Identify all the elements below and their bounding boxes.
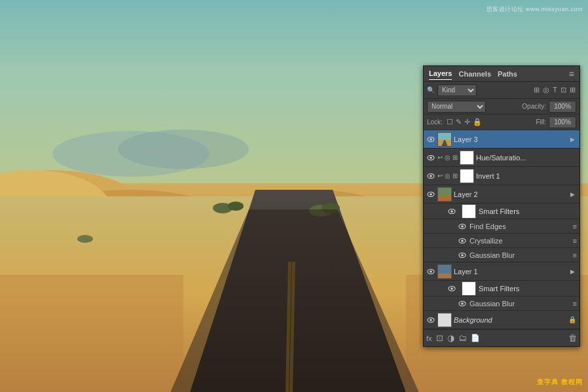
lock-icons-group: ☐ ✎ ✛ 🔒 (447, 118, 482, 126)
layer-thumbnail-background (437, 313, 452, 327)
clip-icon: ↩ (437, 154, 443, 161)
filter-item-crystallize[interactable]: Crystallize ≡ (424, 234, 579, 248)
svg-point-2 (118, 130, 249, 169)
filter-item-gaussian-blur-1[interactable]: Gaussian Blur ≡ (424, 296, 579, 311)
visibility-toggle-invert[interactable] (426, 171, 435, 181)
filter-name-find-edges: Find Edges (469, 223, 570, 230)
type-filter-icon[interactable]: T (552, 85, 558, 95)
lock-transparent-icon[interactable]: ☐ (447, 118, 453, 126)
layer-name: Layer 3 (454, 135, 566, 143)
opacity-input[interactable] (549, 101, 576, 113)
filter-options-icon[interactable]: ≡ (573, 251, 577, 259)
svg-rect-44 (438, 273, 451, 277)
svg-point-26 (430, 156, 432, 159)
svg-point-36 (461, 225, 464, 228)
create-layer-icon[interactable]: 📄 (471, 334, 480, 342)
tab-channels[interactable]: Channels (458, 68, 491, 80)
layer-name: Layer 2 (454, 190, 566, 198)
svg-point-50 (430, 319, 432, 321)
visibility-toggle-crystallize[interactable] (458, 236, 467, 245)
smart-filters-group-layer1[interactable]: Smart Filters (424, 281, 579, 296)
visibility-toggle-layer3[interactable] (426, 135, 435, 144)
visibility-toggle-gaussian2[interactable] (458, 251, 467, 260)
scroll-indicator: ▶ (568, 135, 577, 144)
lock-image-icon[interactable]: ✎ (456, 118, 462, 126)
smart-filters-label: Smart Filters (479, 285, 577, 293)
svg-point-16 (77, 235, 93, 243)
filter-item-find-edges[interactable]: Find Edges ≡ (424, 219, 579, 234)
scroll-indicator-layer2: ▶ (568, 190, 577, 199)
pixel-filter-icon[interactable]: ⊞ (533, 85, 540, 95)
smart-filters-label: Smart Filters (479, 207, 577, 215)
svg-point-40 (461, 254, 464, 257)
visibility-toggle-layer1[interactable] (426, 267, 435, 276)
delete-layer-icon[interactable]: 🗑 (568, 333, 577, 343)
layer-thumbnail (437, 187, 452, 202)
list-item[interactable]: ↩ ◎ ⊞ Invert 1 (424, 167, 579, 185)
mask-link-icon: ◎ (445, 154, 450, 161)
visibility-toggle-find-edges[interactable] (458, 222, 467, 231)
visibility-toggle-smartfilters1[interactable] (447, 284, 456, 293)
filter-name-crystallize: Crystallize (469, 237, 570, 245)
panel-menu-button[interactable]: ≡ (569, 69, 574, 79)
svg-point-21 (430, 138, 432, 141)
layer-thumbnail (460, 169, 474, 183)
smart-filters-group-layer2[interactable]: Smart Filters (424, 204, 579, 219)
visibility-toggle-gaussian1[interactable] (458, 299, 467, 308)
create-group-icon[interactable]: 🗂 (458, 333, 467, 343)
visibility-toggle-huesat[interactable] (426, 153, 435, 162)
watermark-top: 思客设计论坛 www.missyuan.com (487, 5, 583, 14)
smart-filter-icon[interactable]: ⊞ (569, 85, 576, 95)
visibility-toggle-layer2[interactable] (426, 190, 435, 199)
layers-list: Layer 3 ▶ ↩ ◎ ⊞ Hue/Saturatio... ↩ ◎ ⊞ (424, 130, 579, 329)
filter-icon-group: ⊞ ◎ T ⊡ ⊞ (533, 85, 576, 95)
filter-options-icon[interactable]: ≡ (573, 223, 577, 230)
svg-point-28 (430, 175, 432, 177)
svg-point-48 (461, 302, 464, 305)
adjustment-icon: ⊞ (452, 172, 458, 179)
tab-paths[interactable]: Paths (498, 68, 517, 80)
svg-point-13 (228, 202, 244, 211)
filter-options-icon[interactable]: ≡ (573, 237, 577, 245)
filter-item-gaussian-blur-2[interactable]: Gaussian Blur ≡ (424, 248, 579, 262)
layer-name: Layer 1 (454, 268, 566, 276)
list-item[interactable]: Background 🔒 (424, 311, 579, 329)
list-item[interactable]: Layer 1 ▶ (424, 262, 579, 281)
filter-name-gaussian-blur-2: Gaussian Blur (469, 251, 570, 259)
clip-icon: ↩ (437, 172, 443, 179)
layer-name-background: Background (454, 316, 566, 324)
fill-input[interactable] (549, 116, 576, 128)
scroll-indicator-layer1: ▶ (568, 267, 577, 276)
svg-rect-51 (438, 313, 451, 327)
svg-point-42 (430, 270, 432, 273)
list-item[interactable]: Layer 2 ▶ (424, 185, 579, 204)
add-adjustment-icon[interactable]: ◑ (447, 333, 454, 343)
add-mask-icon[interactable]: ⊡ (436, 333, 443, 343)
svg-point-46 (450, 287, 453, 290)
filter-options-icon[interactable]: ≡ (573, 300, 577, 308)
lock-position-icon[interactable]: ✛ (464, 118, 470, 126)
svg-point-38 (461, 240, 464, 242)
watermark-bottom: 查字典 教程网 (537, 378, 583, 387)
visibility-toggle-background[interactable] (426, 315, 435, 325)
svg-rect-17 (0, 275, 183, 392)
layer-thumbnail (437, 132, 452, 147)
visibility-toggle-smartfilters2[interactable] (447, 207, 456, 216)
filter-name-gaussian-blur-1: Gaussian Blur (469, 300, 570, 308)
layer-name: Invert 1 (476, 172, 577, 180)
adjustment-icon: ⊞ (452, 154, 458, 161)
tab-layers[interactable]: Layers (429, 67, 452, 80)
add-style-icon[interactable]: fx (426, 334, 432, 342)
layer-thumbnail (460, 151, 474, 165)
lock-fill-row: Lock: ☐ ✎ ✛ 🔒 Fill: (424, 115, 579, 130)
kind-dropdown[interactable]: Kind (437, 84, 477, 96)
fill-label: Fill: (536, 118, 546, 126)
blend-mode-dropdown[interactable]: Normal (427, 101, 486, 113)
list-item[interactable]: Layer 3 ▶ (424, 130, 579, 149)
list-item[interactable]: ↩ ◎ ⊞ Hue/Saturatio... (424, 149, 579, 167)
panel-header: Layers Channels Paths ≡ (424, 66, 579, 82)
lock-all-icon[interactable]: 🔒 (473, 118, 482, 126)
shape-filter-icon[interactable]: ⊡ (560, 85, 567, 95)
svg-point-30 (430, 193, 432, 196)
adjustment-filter-icon[interactable]: ◎ (542, 85, 550, 95)
